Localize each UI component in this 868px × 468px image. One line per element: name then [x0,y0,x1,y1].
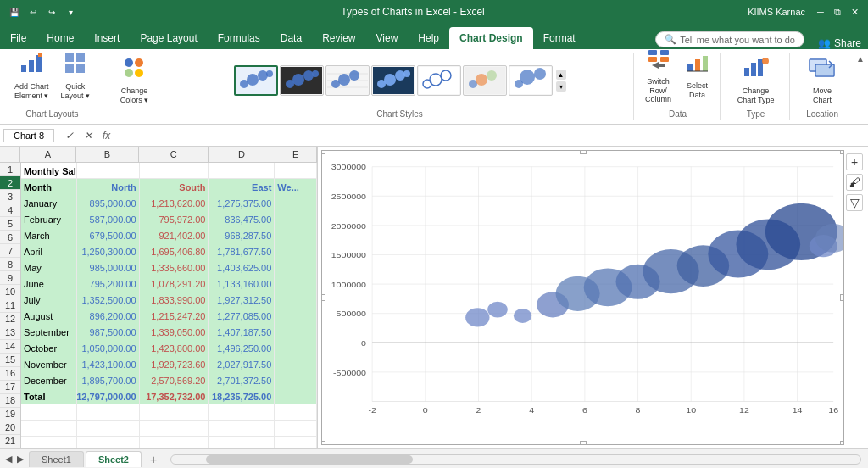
cell-d6[interactable]: 1,781,677.50 [209,243,275,259]
cell-a15[interactable]: Total [21,388,77,404]
cell-c2[interactable]: South [140,179,209,195]
tab-page-layout[interactable]: Page Layout [130,27,207,49]
cell-c16[interactable] [140,404,209,421]
cell-d15[interactable]: 18,235,725.00 [209,388,275,404]
cell-b3[interactable]: 895,000.00 [77,195,140,211]
cell-e14[interactable] [275,372,317,388]
cell-b9[interactable]: 1,352,500.00 [77,292,140,308]
cell-d16[interactable] [209,404,275,421]
cell-b4[interactable]: 587,000.00 [77,211,140,227]
add-sheet-button[interactable]: + [143,450,164,469]
chart-style-1[interactable] [234,65,278,96]
chart-styles-scroll-up[interactable]: ▲ [556,70,566,80]
cell-b8[interactable]: 795,200.00 [77,276,140,292]
cell-a16[interactable] [21,404,77,421]
col-header-e[interactable]: E [275,147,317,162]
close-button[interactable]: ✕ [848,5,861,19]
chart-handle-tr[interactable] [840,150,844,154]
restore-button[interactable]: ⧉ [831,5,844,19]
cell-a3[interactable]: January [21,195,77,211]
cell-b15[interactable]: 12,797,000.00 [77,388,140,404]
chart-handle-bottom[interactable] [580,441,587,445]
cell-c11[interactable]: 1,339,050.00 [140,324,209,340]
share-button[interactable]: 👥 Share [811,37,868,49]
col-header-a[interactable]: A [20,147,76,162]
cell-b13[interactable]: 1,423,100.00 [77,356,140,372]
cell-e1[interactable] [275,163,317,179]
formula-input[interactable] [117,130,865,142]
cell-c5[interactable]: 921,402.00 [140,227,209,243]
cell-c6[interactable]: 1,695,406.80 [140,243,209,259]
sheet-scroll-right-button[interactable]: ▶ [15,454,25,465]
cell-d7[interactable]: 1,403,625.00 [209,259,275,276]
cell-b6[interactable]: 1,250,300.00 [77,243,140,259]
cell-e15[interactable] [275,388,317,404]
cell-e8[interactable] [275,276,317,292]
add-chart-element-button[interactable]: Add ChartElement ▾ [9,53,54,100]
chart-handle-br[interactable] [840,441,844,445]
chart-handle-bl[interactable] [321,441,326,445]
chart-handle-left[interactable] [321,294,326,301]
col-header-c[interactable]: C [139,147,209,162]
cell-e18[interactable] [275,437,317,448]
chart-styles-scroll-down[interactable]: ▾ [556,81,566,92]
cell-a7[interactable]: May [21,259,77,276]
cell-b12[interactable]: 1,050,000.00 [77,340,140,356]
col-header-b[interactable]: B [76,147,139,162]
tab-file[interactable]: File [0,27,36,49]
chart-tool-brush-button[interactable]: 🖌 [846,174,863,191]
move-chart-button[interactable]: MoveChart [798,57,846,104]
col-header-d[interactable]: D [209,147,275,162]
cell-b16[interactable] [77,404,140,421]
cell-d3[interactable]: 1,275,375.00 [209,195,275,211]
cell-a12[interactable]: October [21,340,77,356]
cell-c4[interactable]: 795,972.00 [140,211,209,227]
cell-a6[interactable]: April [21,243,77,259]
cell-c15[interactable]: 17,352,732.00 [140,388,209,404]
cell-b2[interactable]: North [77,179,140,195]
sheet-tab-sheet2[interactable]: Sheet2 [86,451,142,467]
chart-tool-plus-button[interactable]: + [846,153,863,170]
cell-d1[interactable] [209,163,275,179]
tab-insert[interactable]: Insert [84,27,130,49]
cell-d10[interactable]: 1,277,085.00 [209,308,275,324]
select-data-button[interactable]: SelectData [679,53,716,100]
cell-b5[interactable]: 679,500.00 [77,227,140,243]
cell-a8[interactable]: June [21,276,77,292]
cell-e6[interactable] [275,243,317,259]
cell-b10[interactable]: 896,200.00 [77,308,140,324]
cell-e5[interactable] [275,227,317,243]
cell-c12[interactable]: 1,423,800.00 [140,340,209,356]
cell-a1[interactable]: Monthly Sales Per Region for 2020 [21,163,77,179]
cell-c18[interactable] [140,437,209,448]
cell-c8[interactable]: 1,078,291.20 [140,276,209,292]
cell-c3[interactable]: 1,213,620.00 [140,195,209,211]
cell-d18[interactable] [209,437,275,448]
save-button[interactable]: 💾 [7,4,22,20]
cell-a11[interactable]: September [21,324,77,340]
tab-home[interactable]: Home [36,27,84,49]
scrollbar-thumb[interactable] [206,455,413,464]
cell-b11[interactable]: 987,500.00 [77,324,140,340]
chart-style-3[interactable] [326,65,370,96]
cell-a18[interactable] [21,437,77,448]
chart-style-6[interactable] [463,65,507,96]
cell-d2[interactable]: East [209,179,275,195]
sheet-tab-sheet1[interactable]: Sheet1 [29,451,84,467]
cell-d5[interactable]: 968,287.50 [209,227,275,243]
change-chart-type-button[interactable]: ChangeChart Type [731,57,782,104]
quick-layout-button[interactable]: QuickLayout ▾ [56,53,96,100]
chart-style-4[interactable] [371,65,415,96]
cell-b18[interactable] [77,437,140,448]
cell-e13[interactable] [275,356,317,372]
cell-e7[interactable] [275,259,317,276]
cell-e16[interactable] [275,404,317,421]
cell-a13[interactable]: November [21,356,77,372]
minimize-button[interactable]: ─ [814,5,827,19]
cell-d8[interactable]: 1,133,160.00 [209,276,275,292]
switch-row-column-button[interactable]: Switch Row/Column [640,53,677,100]
undo-button[interactable]: ↩ [25,4,41,20]
cell-d12[interactable]: 1,496,250.00 [209,340,275,356]
cell-b7[interactable]: 985,000.00 [77,259,140,276]
tab-view[interactable]: View [366,27,409,49]
